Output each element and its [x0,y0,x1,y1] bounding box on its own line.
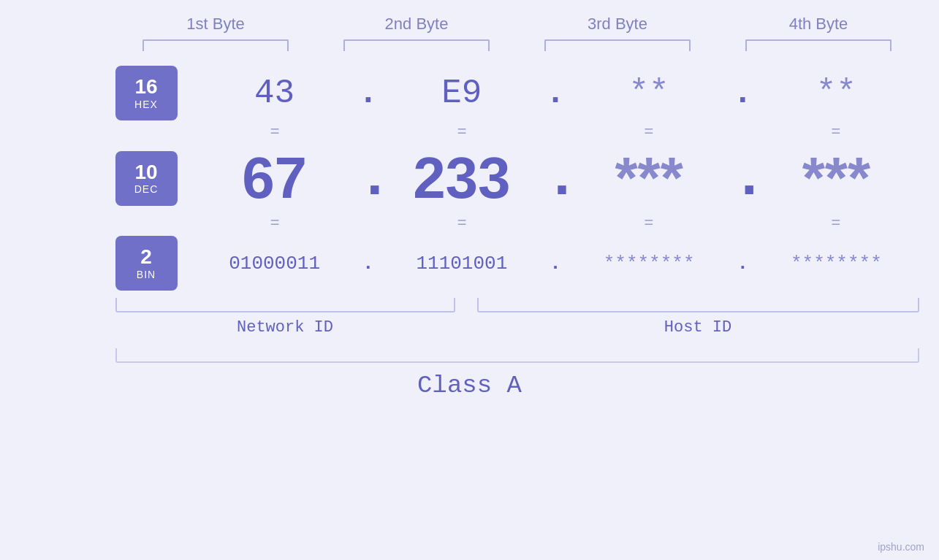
eq-3: = [566,123,731,142]
hex-data-row: 16 HEX 43 . E9 . ** . ** [115,66,919,120]
top-brackets [115,39,919,51]
bin-byte-2: 11101001 [379,253,544,275]
id-labels-row: Network ID Host ID [115,318,919,337]
dec-byte-1: 67 [192,145,357,212]
dec-dot-3: . [731,145,753,212]
dec-badge-num: 10 [134,161,157,184]
hex-dot-1: . [357,74,379,112]
watermark: ipshu.com [878,541,924,553]
main-grid: 16 HEX 43 . E9 . ** . ** = = = = [20,66,919,291]
eq2-4: = [753,215,919,233]
dec-data-row: 10 DEC 67 . 233 . *** . *** [115,145,919,212]
byte-header-2: 2nd Byte [336,15,497,34]
bin-byte-1: 01000011 [192,253,357,275]
main-container: 1st Byte 2nd Byte 3rd Byte 4th Byte 16 H… [0,0,939,560]
hex-dot-3: . [731,74,753,112]
eq2-space-1 [358,215,379,233]
hex-byte-3: ** [566,74,731,112]
dec-dot-1: . [357,145,379,212]
hex-badge-label: HEX [134,99,158,110]
hex-dot-2: . [544,74,566,112]
dec-badge: 10 DEC [115,151,178,206]
equals-row-1: = = = = [115,123,919,142]
bin-badge-num: 2 [140,246,152,269]
eq2-space-3 [732,215,753,233]
bottom-section: Network ID Host ID [115,298,919,337]
eq2-1: = [192,215,358,233]
dec-byte-4: *** [753,145,919,212]
network-id-bracket [115,298,455,312]
bin-byte-3: ******** [566,253,731,275]
byte-header-4: 4th Byte [738,15,899,34]
dec-values-area: 67 . 233 . *** . *** [192,145,919,212]
eq2-2: = [379,215,544,233]
equals-row-2: = = = = [115,215,919,233]
dec-byte-3: *** [566,145,731,212]
host-id-label: Host ID [477,318,919,337]
eq2-space-2 [545,215,566,233]
hex-values-area: 43 . E9 . ** . ** [192,74,919,112]
bin-dot-1: . [357,253,379,275]
hex-badge: 16 HEX [115,66,178,120]
eq-1: = [192,123,358,142]
hex-badge-num: 16 [134,76,157,99]
dec-badge-label: DEC [134,183,159,195]
class-label: Class A [0,372,939,399]
network-id-label: Network ID [115,318,455,337]
bottom-brackets-row [115,298,919,312]
outer-bracket [115,348,919,363]
hex-byte-4: ** [753,74,919,112]
bin-values-area: 01000011 . 11101001 . ******** . *******… [192,253,919,275]
byte-headers-row: 1st Byte 2nd Byte 3rd Byte 4th Byte [115,15,919,34]
bracket-gap [455,298,477,312]
hex-byte-1: 43 [192,74,357,112]
dec-dot-2: . [544,145,566,212]
bin-badge-label: BIN [137,269,156,280]
bracket-1 [142,39,289,51]
byte-header-3: 3rd Byte [537,15,698,34]
eq-space-1 [358,123,379,142]
byte-header-1: 1st Byte [135,15,296,34]
bin-badge: 2 BIN [115,236,178,291]
bracket-2 [343,39,490,51]
bracket-3 [544,39,691,51]
host-id-bracket [477,298,919,312]
bin-dot-3: . [731,253,753,275]
bin-data-row: 2 BIN 01000011 . 11101001 . ******** . *… [115,236,919,291]
bin-dot-2: . [544,253,566,275]
hex-byte-2: E9 [379,74,544,112]
eq2-3: = [566,215,731,233]
dec-byte-2: 233 [379,145,544,212]
bracket-4 [745,39,892,51]
bin-byte-4: ******** [753,253,919,275]
eq-2: = [379,123,544,142]
eq-space-2 [545,123,566,142]
eq-space-3 [732,123,753,142]
eq-4: = [753,123,919,142]
